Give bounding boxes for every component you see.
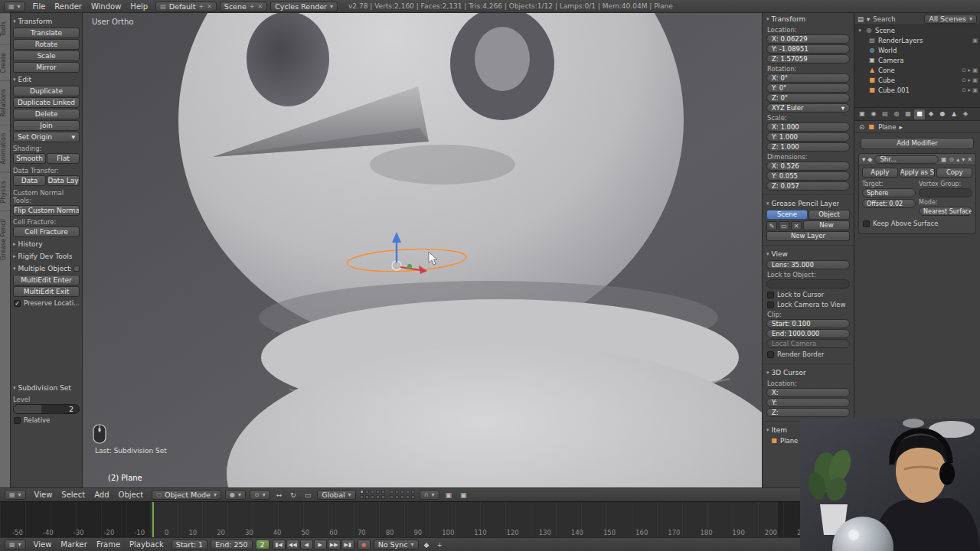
menu-item[interactable]: Help (126, 2, 152, 11)
location-field[interactable]: Y: -1.08951 (766, 44, 850, 54)
flip-custom-normals-button[interactable]: Flip Custom Normals (13, 205, 80, 216)
scale-field[interactable]: Z: 1.000 (766, 142, 850, 152)
layer-dot[interactable] (395, 490, 399, 494)
current-frame-field[interactable]: 2 (256, 540, 270, 549)
gp-erase-icon[interactable]: ✕ (791, 221, 802, 230)
menu-item[interactable]: Render (50, 2, 87, 11)
opengl-render-anim-icon[interactable]: ▣ (458, 491, 469, 499)
render-border-checkbox[interactable]: Render Border (767, 350, 853, 358)
menu-item[interactable]: Window (87, 2, 126, 11)
cursor-axis-field[interactable]: Z: (766, 408, 850, 417)
tool-button[interactable]: Smooth (13, 153, 46, 164)
properties-tab-icon[interactable]: ◈ (960, 109, 971, 119)
modifier-render-toggle-icon[interactable]: ▣ (941, 156, 947, 163)
toolshelf-tab[interactable]: Physics (0, 172, 10, 211)
scale-field[interactable]: Y: 1.000 (766, 132, 850, 142)
menu-item[interactable]: Frame (92, 540, 125, 549)
manipulator-rotate-button[interactable]: ↻ (288, 491, 299, 499)
toolshelf-tab[interactable]: Tools (0, 13, 10, 44)
timeline-editor-type-button[interactable]: ▦ ▾ (5, 540, 26, 549)
3d-viewport[interactable]: User Ortho Last: Subdivision Set (2) Pla… (83, 13, 762, 487)
add-layout-icon[interactable]: + (198, 3, 204, 10)
location-field[interactable]: Z: 1.57059 (766, 54, 850, 64)
panel-pin-icon[interactable] (74, 266, 80, 272)
tool-button[interactable]: Delete (13, 109, 80, 119)
toolshelf-tab[interactable]: Animation (0, 125, 10, 172)
layer-dot[interactable] (365, 495, 369, 499)
pivot-dropdown[interactable]: ⊙ ▾ (250, 490, 270, 500)
selectability-icon[interactable]: ▸ (968, 67, 971, 73)
rotation-field[interactable]: Y: 0° (766, 83, 850, 93)
toolshelf-tab[interactable]: Relations (0, 80, 10, 125)
menu-item[interactable]: File (28, 2, 51, 11)
close-layout-icon[interactable]: ✕ (207, 3, 212, 10)
mode-dropdown[interactable]: Nearest Surface... ▾ (919, 207, 972, 216)
vertex-group-field[interactable] (919, 188, 972, 197)
rotation-field[interactable]: Z: 0° (766, 93, 850, 103)
layer-dot[interactable] (376, 495, 380, 499)
panel-header-history[interactable]: ▸ History (13, 239, 80, 249)
menu-item[interactable]: Marker (56, 540, 92, 549)
jump-to-end-button[interactable]: ▶▮ (341, 540, 354, 549)
properties-tab-icon[interactable]: ● (937, 109, 948, 119)
tool-button[interactable]: Data Lay (47, 175, 80, 186)
properties-tab-icon[interactable]: ◉ (868, 109, 879, 119)
toolshelf-tab[interactable]: Grease Pencil (0, 210, 10, 268)
outliner-row-camera[interactable]: ▣ Camera (854, 55, 980, 65)
layer-dot[interactable] (381, 495, 385, 499)
snap-dropdown[interactable]: ∩ ▾ (420, 490, 439, 500)
jump-to-start-button[interactable]: ▮◀ (273, 540, 286, 549)
panel-header-rigify[interactable]: ▸ Rigify Dev Tools (13, 251, 80, 262)
lens-field[interactable]: Lens: 35.000 (766, 260, 850, 269)
modifier-delete-icon[interactable]: ✕ (967, 156, 972, 163)
layer-dot[interactable] (406, 495, 410, 499)
manipulator-translate-button[interactable]: ↔ (274, 491, 285, 499)
play-reverse-button[interactable]: ◀ (300, 540, 313, 549)
modifier-view-toggle-icon[interactable]: ⊙ (949, 156, 955, 163)
tool-button[interactable]: Join (13, 120, 80, 131)
modifier-name-field[interactable]: Shr... (874, 155, 939, 164)
tool-button[interactable]: Data (13, 175, 46, 186)
properties-tab-icon[interactable]: ◆ (926, 109, 936, 119)
menu-item[interactable]: Select (57, 491, 90, 499)
visibility-icon[interactable]: ⊙ (962, 86, 966, 93)
outliner-row-cone[interactable]: ▲ Cone ⊙ ▸ ▣ (854, 65, 980, 75)
manipulator-scale-button[interactable]: ▭ (302, 491, 314, 499)
renderability-icon[interactable]: ▣ (972, 86, 978, 93)
layer-dot[interactable] (400, 495, 404, 499)
modifier-up-icon[interactable]: ▴ (956, 156, 959, 163)
layer-dot[interactable] (376, 490, 380, 494)
layer-toggle-grid-2[interactable] (390, 490, 416, 500)
render-toggle-icon[interactable]: ▣ (972, 37, 978, 44)
lock-camera-checkbox[interactable]: Lock Camera to View (767, 301, 853, 308)
layer-dot[interactable] (371, 495, 374, 499)
scale-field[interactable]: X: 1.000 (766, 122, 850, 132)
tool-button[interactable]: Scale (13, 51, 80, 61)
target-field[interactable]: Sphere (862, 188, 916, 197)
visibility-icon[interactable]: ⊙ (962, 67, 966, 73)
panel-header-grease-pencil[interactable]: ▾ Grease Pencil Layer (763, 198, 854, 209)
gp-new-layer-button[interactable]: New Layer (766, 231, 850, 241)
properties-tab-icon[interactable]: ◍ (891, 109, 902, 119)
location-field[interactable]: X: 0.06229 (766, 34, 850, 44)
layer-dot[interactable] (395, 495, 399, 499)
panel-header-edit[interactable]: ▾ Edit (13, 74, 80, 85)
cell-fracture-button[interactable]: Cell Fracture (13, 227, 80, 237)
modifier-header[interactable]: ▾ ◆ Shr... ▣ ⊙ ▴ ▾ ✕ (859, 154, 975, 165)
relative-checkbox[interactable]: Relative (14, 416, 79, 424)
keyframe-insert-icon[interactable]: + (434, 541, 445, 549)
modifier-down-icon[interactable]: ▾ (962, 156, 965, 163)
shading-dropdown[interactable]: ● ▾ (225, 490, 246, 500)
panel-header-transform[interactable]: ▾ Transform (13, 16, 80, 27)
dimension-field[interactable]: X: 0.526 (766, 161, 850, 171)
layer-dot[interactable] (360, 495, 364, 499)
menu-item[interactable]: View (30, 491, 57, 499)
gp-draw-icon[interactable]: ✎ (766, 221, 777, 230)
preserve-location-checkbox[interactable]: ✓ Preserve Locati... (14, 299, 79, 307)
viewport-editor-type-button[interactable]: ▦ ▾ (5, 490, 26, 500)
scene-selector[interactable]: Scene + ✕ (220, 2, 267, 11)
end-frame-field[interactable]: End: 250 (211, 540, 252, 549)
outliner-row-cube-001[interactable]: ■ Cube.001 ⊙ ▸ ▣ (854, 85, 980, 95)
properties-tab-icon[interactable]: ▣ (857, 109, 867, 119)
rotation-field[interactable]: X: 0° (766, 73, 850, 83)
